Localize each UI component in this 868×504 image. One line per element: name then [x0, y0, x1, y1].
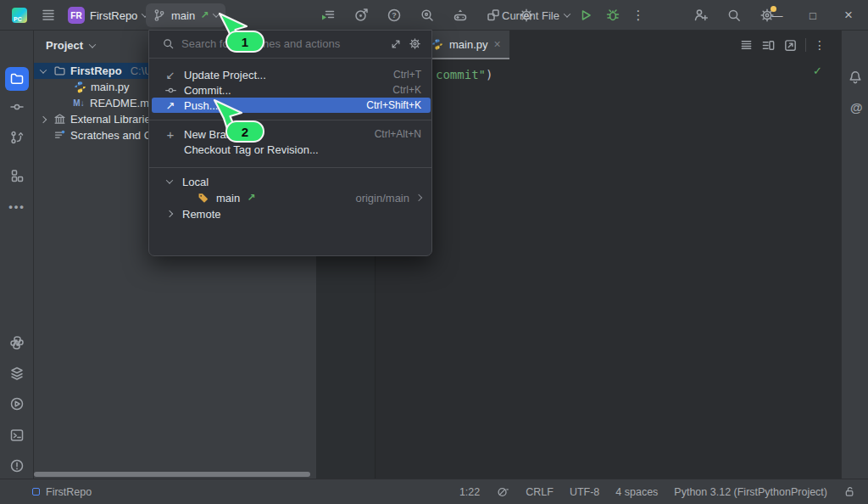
close-button[interactable]: ×	[831, 0, 866, 31]
ai-assistant-button[interactable]: @	[850, 100, 863, 115]
pycharm-logo-icon: PC	[12, 8, 27, 23]
menu-item-label: Update Project...	[184, 69, 387, 81]
sidebar-item-pull-requests[interactable]	[5, 126, 29, 149]
controller-icon	[453, 8, 468, 23]
menu-item-commit[interactable]: Commit... Ctrl+K	[152, 82, 431, 98]
help-button[interactable]: ?	[383, 4, 405, 26]
sidebar-item-project[interactable]	[5, 67, 29, 91]
problems-icon	[9, 458, 25, 473]
sidebar-item-commit[interactable]	[5, 95, 29, 119]
push-icon: ↗	[164, 99, 177, 112]
coverage-button[interactable]	[350, 4, 372, 26]
folder-icon	[53, 64, 66, 77]
run-configurations-button[interactable]	[317, 4, 339, 26]
lock-open-icon[interactable]	[843, 485, 856, 498]
sidebar-item-structure[interactable]	[5, 164, 29, 188]
trainer-button[interactable]	[449, 4, 471, 26]
notifications-button[interactable]	[848, 70, 863, 85]
annotation-badge-1: 1	[225, 31, 264, 53]
terminal-icon	[9, 428, 25, 443]
more-vertical-icon[interactable]: ⋮	[814, 38, 826, 52]
tree-label: External Libraries	[70, 113, 156, 126]
run-circle-icon	[9, 396, 25, 412]
chevron-right-icon	[415, 194, 422, 201]
tab-label: main.py	[449, 38, 488, 51]
run-button[interactable]	[575, 0, 597, 31]
run-config-widget[interactable]: Current File	[495, 0, 576, 31]
encoding[interactable]: UTF-8	[570, 486, 599, 498]
caret-position[interactable]: 1:22	[459, 486, 480, 498]
branch-widget[interactable]: main ↗	[146, 3, 225, 27]
tab-main-py[interactable]: main.py ×	[421, 31, 509, 59]
sidebar-item-run[interactable]	[5, 392, 29, 416]
minimize-button[interactable]: —	[760, 0, 795, 31]
outgoing-commits-icon: ↗	[200, 9, 209, 21]
project-panel-header[interactable]: Project	[46, 39, 95, 52]
sidebar-item-problems[interactable]	[5, 454, 29, 478]
local-branches-header[interactable]: Local	[149, 174, 433, 189]
highlighting-off-icon[interactable]	[496, 485, 509, 499]
section-label: Local	[182, 176, 209, 188]
inspect-button[interactable]	[416, 4, 438, 26]
chevron-down-icon	[166, 176, 173, 183]
divider	[805, 38, 806, 52]
maximize-button[interactable]: □	[795, 0, 831, 31]
menu-item-update-project[interactable]: ↙ Update Project... Ctrl+T	[152, 67, 431, 82]
indent-setting[interactable]: 4 spaces	[615, 486, 658, 498]
question-bubble-icon: ?	[387, 8, 402, 23]
horizontal-scrollbar[interactable]	[34, 472, 310, 477]
code-with-me-button[interactable]	[690, 4, 712, 26]
status-bar: FirstRepo 1:22 CRLF UTF-8 4 spaces Pytho…	[0, 479, 868, 504]
search-everywhere-button[interactable]	[723, 4, 745, 26]
remote-branches-header[interactable]: Remote	[149, 206, 433, 221]
gear-icon[interactable]	[409, 37, 421, 50]
menu-item-shortcut: Ctrl+Alt+N	[375, 128, 421, 140]
chevron-right-icon	[166, 210, 173, 217]
sidebar-item-terminal[interactable]	[5, 423, 29, 447]
annotation-badge-2: 2	[225, 120, 264, 143]
split-editor-icon[interactable]	[761, 38, 776, 53]
inspections-ok-icon[interactable]: ✓	[813, 64, 822, 77]
separator	[149, 120, 431, 120]
run-list-icon	[320, 8, 336, 23]
debug-button[interactable]	[602, 0, 624, 31]
open-in-window-icon[interactable]	[783, 38, 798, 53]
menu-item-checkout-tag[interactable]: Checkout Tag or Revision...	[152, 142, 431, 157]
tab-close-icon[interactable]: ×	[494, 37, 501, 51]
right-tool-strip: @	[841, 31, 868, 479]
main-menu-button[interactable]	[37, 0, 59, 31]
branch-label: main	[216, 192, 240, 204]
git-branch-popup: ↙ Update Project... Ctrl+T Commit... Ctr…	[148, 30, 432, 256]
menu-item-shortcut: Ctrl+Shift+K	[366, 99, 421, 111]
more-actions-button[interactable]: ⋮	[627, 0, 649, 31]
more-vertical-icon: ⋮	[632, 8, 645, 23]
branch-row-main[interactable]: main ↗ origin/main	[149, 190, 433, 205]
structure-icon	[9, 168, 25, 183]
sidebar-item-more[interactable]: •••	[5, 194, 29, 218]
tag-icon	[198, 192, 209, 204]
tree-label: README.md	[90, 97, 155, 109]
layers-icon	[9, 366, 25, 381]
menu-item-shortcut: Ctrl+T	[393, 69, 421, 81]
outgoing-commits-icon: ↗	[247, 192, 255, 204]
popup-search-input[interactable]	[181, 37, 383, 50]
section-label: Remote	[182, 208, 221, 221]
project-widget[interactable]: FR FirstRepo	[61, 0, 154, 31]
sidebar-item-python-packages[interactable]	[5, 331, 29, 355]
sidebar-item-services[interactable]	[5, 361, 29, 385]
branch-icon	[153, 8, 166, 22]
chevron-right-icon	[40, 115, 47, 122]
commit-icon	[164, 84, 177, 97]
interpreter[interactable]: Python 3.12 (FirstPythonProject)	[674, 486, 827, 498]
expand-diagonal-icon[interactable]	[390, 38, 402, 50]
menu-item-push[interactable]: ↗ Push... Ctrl+Shift+K	[152, 98, 431, 113]
project-badge: FR	[68, 7, 85, 24]
menu-item-shortcut: Ctrl+K	[392, 84, 421, 96]
bug-icon	[605, 8, 620, 23]
menu-item-new-branch[interactable]: + New Branch... Ctrl+Alt+N	[152, 126, 431, 142]
svg-text:?: ?	[392, 11, 397, 20]
scratches-icon	[53, 129, 66, 142]
editor-list-icon[interactable]	[739, 38, 754, 53]
line-ending[interactable]: CRLF	[526, 486, 554, 498]
magnifier-circle-icon	[420, 8, 435, 23]
